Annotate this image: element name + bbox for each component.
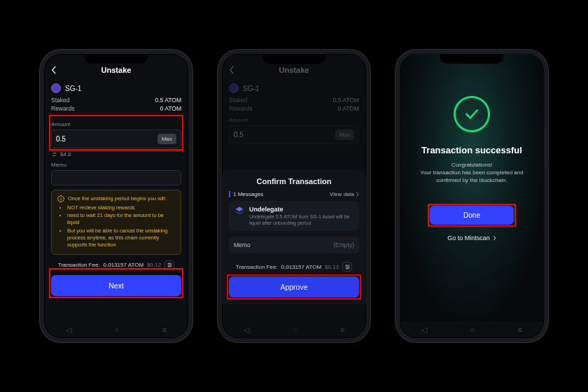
warning-item: need to wait 21 days for the amount to b… [67,212,175,226]
warning-list: NOT recieve staking rewards need to wait… [57,204,175,248]
warning-item: But you will be able to cancel the unsta… [67,227,175,248]
phone-confirm-transaction: Unstake SG-1 Staked0.5 ATOM Rewards0 ATO… [218,50,370,342]
nav-recent-icon[interactable]: ≡ [518,326,522,334]
amount-section-highlight: Amount 0.5 Max [51,117,181,148]
check-icon [463,105,481,123]
validator-name: SG-1 [65,85,81,92]
fiat-value: $4.8 [60,151,71,158]
fiat-row: $4.8 [51,151,181,158]
mintscan-link[interactable]: Go to Mintscan [447,234,496,241]
fee-label: Transaction Fee: [58,262,100,268]
approve-button-highlight: Approve [229,276,359,298]
warning-head: Once the unstaking period begins you wil… [68,195,167,202]
svg-point-7 [348,266,349,267]
amount-input[interactable]: 0.5 Max [51,130,181,148]
swap-icon [51,151,57,158]
svg-point-4 [170,265,172,266]
screen-3: Transaction successful Congratulations! … [400,54,544,321]
validator-row[interactable]: SG-1 [51,80,181,96]
staked-label: Staked [51,97,69,104]
rewards-value: 0 ATOM [160,105,181,112]
success-title: Transaction successful [421,145,522,155]
undelegate-icon [234,206,245,217]
svg-point-3 [168,263,169,265]
phone-notch [262,54,326,64]
fee-row: Transaction Fee: 0.013157 ATOM $0.12 [51,260,181,270]
warning-item: NOT recieve staking rewards [67,204,175,211]
staked-row: Staked 0.5 ATOM [51,96,181,104]
max-button[interactable]: Max [158,134,176,144]
message-title: Undelegate [249,206,354,213]
fee-value: 0.013157 ATOM [104,262,144,268]
memo-row[interactable]: Memo (Empty) [229,237,359,253]
amount-label: Amount [51,121,181,127]
memo-label: Memo [234,241,251,248]
svg-point-1 [60,197,61,198]
fee-settings-button[interactable] [164,260,174,270]
approve-button[interactable]: Approve [229,276,359,298]
fee-fiat: $0.12 [325,264,339,270]
confirm-modal: Confirm Transaction 1 Messages View data… [222,170,366,304]
page-title: Unstake [279,66,309,74]
back-button[interactable] [51,64,61,76]
validator-icon [51,83,61,93]
phone-notch [85,54,148,64]
memo-label: Memo [51,162,181,168]
nav-recent-icon[interactable]: ≡ [162,326,167,334]
nav-home-icon[interactable]: ○ [114,326,119,334]
phone-notch [440,54,503,64]
chevron-left-icon [51,66,57,74]
messages-label: 1 Messages [229,191,263,197]
chevron-left-icon [229,66,234,74]
view-data-link[interactable]: View data [330,191,359,197]
screen-2: Unstake SG-1 Staked0.5 ATOM Rewards0 ATO… [222,54,366,321]
fee-row: Transaction Fee: 0.013157 ATOM $0.12 [229,262,359,272]
nav-recent-icon[interactable]: ≡ [340,326,344,334]
android-nav-bar: ◁ ○ ≡ [400,321,544,338]
info-icon [57,195,64,202]
svg-point-8 [346,268,348,270]
fee-label: Transaction Fee: [236,264,278,270]
fee-settings-button[interactable] [342,262,352,272]
svg-rect-2 [61,198,62,200]
done-button[interactable]: Done [430,206,514,225]
messages-header: 1 Messages View data [229,191,359,197]
nav-back-icon[interactable]: ◁ [244,326,249,335]
memo-value: (Empty) [333,241,354,248]
message-desc: Undelegate 0.5 ATOM from SG-1 Asset will… [249,214,354,226]
warning-card: Once the unstaking period begins you wil… [51,190,181,255]
chevron-right-icon [493,235,496,241]
phone-transaction-success: Transaction successful Congratulations! … [396,50,548,342]
fee-fiat: $0.12 [147,262,161,268]
chevron-right-icon [356,192,359,197]
sliders-icon [344,264,351,270]
fee-value: 0.013157 ATOM [281,264,322,270]
page-title: Unstake [102,66,132,74]
message-card: Undelegate Undelegate 0.5 ATOM from SG-1… [229,201,359,231]
staked-value: 0.5 ATOM [155,97,181,104]
svg-point-6 [346,265,347,266]
memo-input[interactable] [51,170,181,186]
nav-back-icon[interactable]: ◁ [66,326,71,335]
sliders-icon [167,262,173,268]
success-check-icon [454,96,490,132]
done-button-highlight: Done [430,206,514,225]
dimmed-background-content: Unstake SG-1 Staked0.5 ATOM Rewards0 ATO… [229,64,359,144]
phone-unstake-form: Unstake SG-1 Staked 0.5 ATOM Rewards 0 A… [40,50,192,342]
success-subtitle: Congratulations! Your transaction has be… [407,161,537,185]
modal-title: Confirm Transaction [229,177,359,186]
svg-point-5 [169,266,170,267]
nav-home-icon[interactable]: ○ [470,326,475,334]
android-nav-bar: ◁ ○ ≡ [222,321,366,338]
nav-home-icon[interactable]: ○ [292,326,297,334]
amount-value: 0.5 [56,135,66,143]
screen-1: Unstake SG-1 Staked 0.5 ATOM Rewards 0 A… [44,54,188,321]
rewards-label: Rewards [51,105,75,112]
nav-back-icon[interactable]: ◁ [421,326,427,335]
rewards-row: Rewards 0 ATOM [51,104,181,113]
android-nav-bar: ◁ ○ ≡ [44,321,188,338]
header: Unstake [51,64,181,76]
next-button[interactable]: Next [51,275,181,296]
next-button-highlight: Next [51,270,181,296]
